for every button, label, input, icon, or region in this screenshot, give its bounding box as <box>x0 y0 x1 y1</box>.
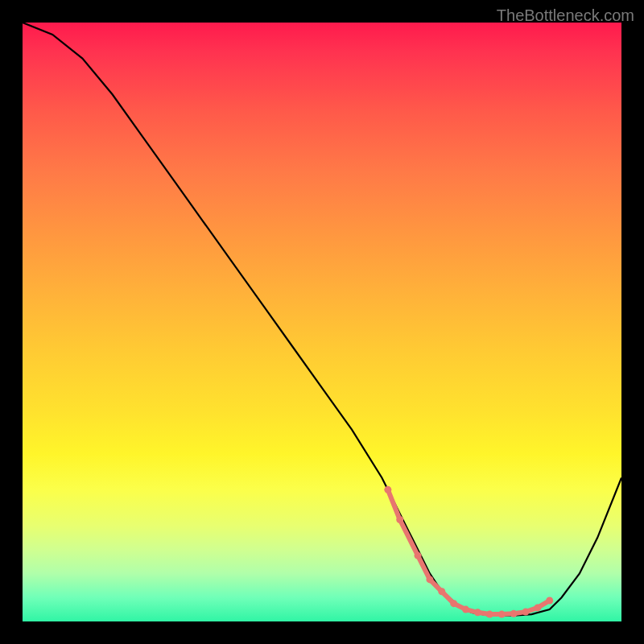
bottleneck-curve-line <box>23 23 621 616</box>
watermark-text: TheBottleneck.com <box>497 6 634 25</box>
highlight-dot <box>546 597 553 604</box>
highlight-segment <box>418 555 430 580</box>
highlight-segment <box>388 489 400 519</box>
highlight-segment <box>400 520 418 556</box>
highlight-marker-group <box>384 486 553 618</box>
chart-plot-area <box>23 23 621 621</box>
chart-svg <box>23 23 621 621</box>
